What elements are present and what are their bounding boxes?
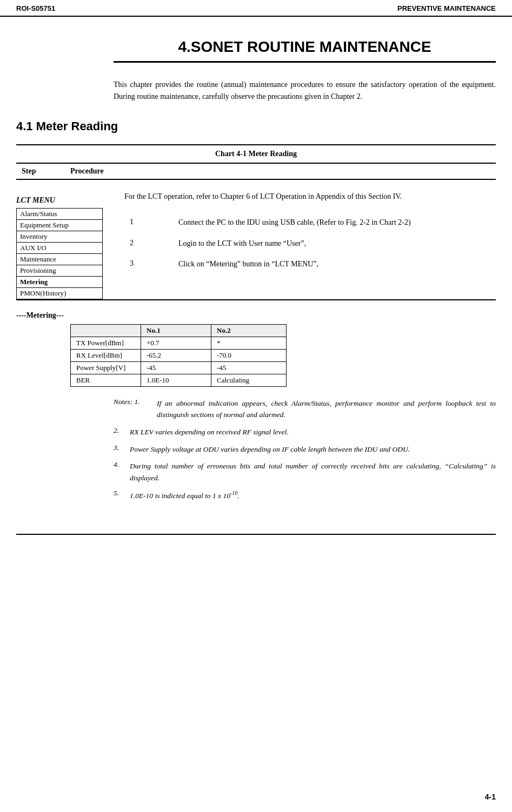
metering-table: No.1No.2 TX Power[dBm]+0.7*RX Level[dBm]… (70, 324, 287, 387)
metering-cell: * (211, 337, 287, 349)
metering-cell: BER (71, 374, 141, 386)
note-item: 2.RX LEV varies depending on received RF… (114, 426, 496, 438)
note-number: 5. (114, 489, 130, 498)
chapter-title: 4.SONET ROUTINE MAINTENANCE (114, 38, 496, 63)
metering-row: Power Supply[V]-45-45 (71, 361, 287, 374)
note-number: 2. (114, 426, 130, 435)
metering-col-header (71, 324, 141, 337)
step-row: 1Connect the PC to the IDU using USB cab… (124, 217, 496, 229)
superscript: -10 (230, 490, 237, 496)
step-number: 3 (124, 258, 168, 268)
chart-container: Chart 4-1 Meter Reading Step Procedure L… (16, 144, 496, 300)
steps-area: 1Connect the PC to the IDU using USB cab… (124, 211, 496, 270)
note-number: 3. (114, 444, 130, 452)
bottom-line (16, 534, 496, 535)
metering-col-header: No.1 (141, 324, 211, 337)
step-row: 2Login to the LCT with User name “User”, (124, 238, 496, 250)
step-number: 1 (124, 217, 168, 226)
metering-row: BER1.0E-10Calculating (71, 374, 287, 386)
page-header: ROI-S05751 PREVENTIVE MAINTENANCE (0, 0, 512, 17)
metering-row: RX Level[dBm]-65.2-70.0 (71, 349, 287, 361)
note-item: 3.Power Supply voltage at ODU varies dep… (114, 444, 496, 455)
metering-cell: Calculating (211, 374, 287, 386)
step-text: Connect the PC to the IDU using USB cabl… (168, 217, 496, 229)
section-heading: 4.1 Meter Reading (16, 119, 496, 133)
chart-col-procedure-header: Procedure (59, 167, 496, 176)
intro-text: This chapter provides the routine (annua… (114, 79, 496, 103)
note-number: Notes: 1. (114, 398, 157, 406)
note-item: 5.1.0E-10 is indicted equal to 1 x 10-10… (114, 489, 496, 501)
note-number: 4. (114, 460, 130, 469)
note-text: RX LEV varies depending on received RF s… (130, 426, 496, 438)
note-text: During total number of erroneous bits an… (130, 460, 496, 484)
metering-cell: TX Power[dBm] (71, 337, 141, 349)
step-text: Click on “Metering” button in “LCT MENU”… (168, 258, 496, 270)
header-doc-number: ROI-S05751 (16, 4, 55, 12)
metering-label: ----Metering--- (16, 311, 496, 320)
metering-cell: +0.7 (141, 337, 211, 349)
note-text: 1.0E-10 is indicted equal to 1 x 10-10. (130, 489, 496, 501)
header-section-title: PREVENTIVE MAINTENANCE (397, 4, 496, 12)
step-number: 2 (124, 238, 168, 247)
metering-cell: Power Supply[V] (71, 361, 141, 374)
lct-menu-table: Alarm/StatusEquipment SetupInventoryAUX … (16, 208, 103, 299)
chart-title: Chart 4-1 Meter Reading (16, 145, 496, 164)
notes-area: Notes: 1.If an abnormal indication appea… (114, 398, 496, 502)
step-text: Login to the LCT with User name “User”, (168, 238, 496, 250)
note-item: 4.During total number of erroneous bits … (114, 460, 496, 484)
step-row: 3Click on “Metering” button in “LCT MENU… (124, 258, 496, 270)
note-text: If an abnormal indication appears, check… (157, 398, 496, 421)
note-text: Power Supply voltage at ODU varies depen… (130, 444, 496, 455)
two-col-layout: LCT MENU Alarm/StatusEquipment SetupInve… (16, 185, 496, 299)
lct-menu-title: LCT MENU (16, 196, 124, 205)
metering-cell: RX Level[dBm] (71, 349, 141, 361)
main-content: 4.SONET ROUTINE MAINTENANCE This chapter… (0, 17, 512, 523)
metering-cell: 1.0E-10 (141, 374, 211, 386)
chart-header-row: Step Procedure (16, 164, 496, 180)
metering-row: TX Power[dBm]+0.7* (71, 337, 287, 349)
note-item: Notes: 1.If an abnormal indication appea… (114, 398, 496, 421)
page-container: ROI-S05751 PREVENTIVE MAINTENANCE 4.SONE… (0, 0, 512, 812)
page-footer: 4-1 (485, 793, 496, 801)
metering-cell: -70.0 (211, 349, 287, 361)
left-col: LCT MENU Alarm/StatusEquipment SetupInve… (16, 185, 124, 299)
lct-intro: For the LCT operation, refer to Chapter … (124, 185, 496, 203)
chart-col-step-header: Step (16, 167, 59, 176)
metering-cell: -45 (211, 361, 287, 374)
metering-cell: -45 (141, 361, 211, 374)
metering-col-header: No.2 (211, 324, 287, 337)
right-col: For the LCT operation, refer to Chapter … (124, 185, 496, 299)
metering-cell: -65.2 (141, 349, 211, 361)
